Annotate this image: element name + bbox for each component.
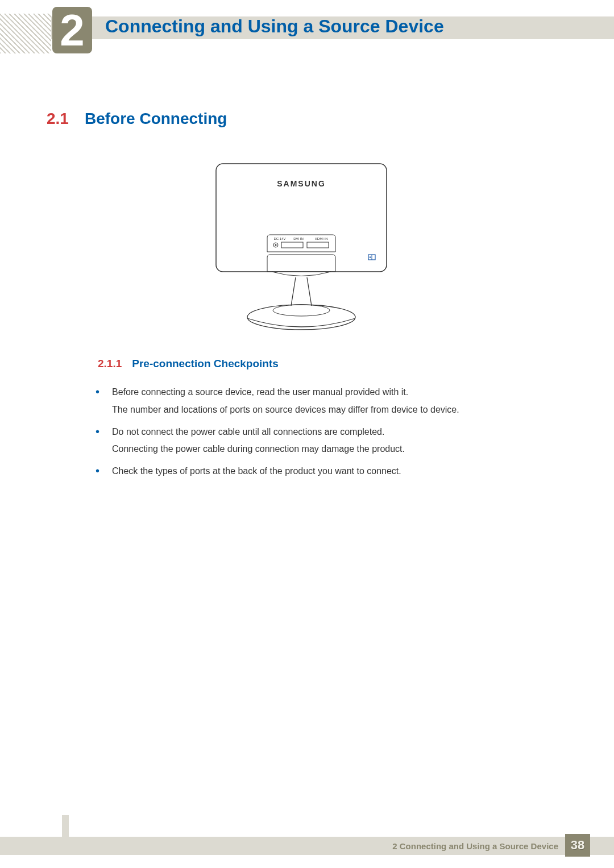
bullet-icon: •	[96, 424, 99, 458]
bullet-icon: •	[96, 384, 99, 418]
brand-label: SAMSUNG	[277, 179, 326, 188]
chapter-badge: 2	[52, 7, 92, 53]
svg-rect-6	[281, 242, 303, 248]
svg-rect-7	[307, 242, 329, 248]
monitor-illustration: SAMSUNG DC 14V DVI IN HDMI IN	[210, 158, 392, 340]
svg-line-11	[291, 277, 296, 306]
bullet-subtext: The number and locations of ports on sou…	[112, 402, 563, 418]
svg-text:DC 14V: DC 14V	[273, 237, 285, 240]
svg-line-12	[307, 277, 312, 306]
subsection-title: Pre-connection Checkpoints	[132, 358, 279, 370]
section-number: 2.1	[47, 110, 69, 128]
page-number-badge: 38	[565, 834, 590, 857]
svg-text:HDMI IN: HDMI IN	[315, 237, 328, 240]
page-number: 38	[571, 838, 584, 853]
svg-point-14	[273, 305, 330, 316]
chapter-number: 2	[60, 8, 84, 52]
section-heading: 2.1 Before Connecting	[47, 110, 227, 128]
subsection-number: 2.1.1	[98, 358, 122, 370]
header-hatch-decoration	[0, 14, 51, 53]
footer-text: 2 Connecting and Using a Source Device	[392, 841, 558, 851]
list-item: • Before connecting a source device, rea…	[96, 384, 563, 418]
svg-point-10	[370, 256, 371, 258]
bullet-icon: •	[96, 463, 99, 480]
bullet-text: Do not connect the power cable until all…	[112, 424, 563, 441]
svg-point-5	[275, 244, 277, 246]
subsection-heading: 2.1.1 Pre-connection Checkpoints	[98, 358, 279, 370]
section-title: Before Connecting	[85, 110, 227, 128]
list-item: • Do not connect the power cable until a…	[96, 424, 563, 458]
svg-text:DVI IN: DVI IN	[293, 237, 304, 240]
bullet-text: Check the types of ports at the back of …	[112, 463, 563, 480]
checkpoint-list: • Before connecting a source device, rea…	[96, 384, 563, 485]
chapter-title: Connecting and Using a Source Device	[105, 16, 444, 37]
list-item: • Check the types of ports at the back o…	[96, 463, 563, 480]
bullet-text: Before connecting a source device, read …	[112, 384, 563, 401]
bullet-subtext: Connecting the power cable during connec…	[112, 441, 563, 458]
svg-point-13	[247, 305, 355, 330]
